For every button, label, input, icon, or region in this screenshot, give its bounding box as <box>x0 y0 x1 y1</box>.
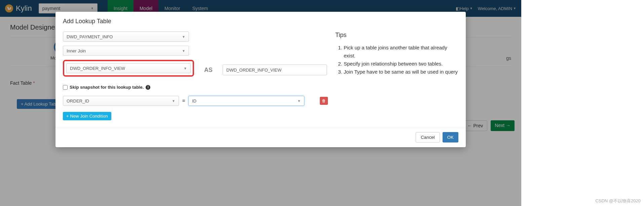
chevron-down-icon: ▼ <box>182 35 185 39</box>
info-icon[interactable]: i <box>146 85 150 90</box>
join-right-column-select[interactable]: ID ▼ <box>188 96 304 106</box>
join-right-value: ID <box>192 98 196 104</box>
chevron-down-icon: ▼ <box>297 99 301 103</box>
modal-header: Add Lookup Table <box>55 12 466 28</box>
join-left-value: ORDER_ID <box>67 98 89 104</box>
fact-table-select[interactable]: DWD_PAYMENT_INFO ▼ <box>63 32 189 42</box>
skip-snapshot-checkbox[interactable] <box>63 85 68 90</box>
join-condition-row: ORDER_ID ▼ = ID ▼ 🗑 <box>63 96 332 106</box>
add-lookup-table-modal: Add Lookup Table DWD_PAYMENT_INFO ▼ Inne… <box>55 12 466 147</box>
lookup-table-select[interactable]: DWD_ORDER_INFO_VIEW ▼ <box>66 63 191 73</box>
chevron-down-icon: ▼ <box>172 99 175 103</box>
join-type-value: Inner Join <box>67 48 86 53</box>
join-type-select[interactable]: Inner Join ▼ <box>63 46 189 56</box>
modal-body: DWD_PAYMENT_INFO ▼ Inner Join ▼ DWD_ORDE… <box>55 28 466 127</box>
plus-icon: + <box>66 114 69 119</box>
modal-title: Add Lookup Table <box>63 18 458 25</box>
ok-button[interactable]: OK <box>443 132 458 142</box>
tip-item: Join Type have to be same as will be use… <box>344 68 458 76</box>
chevron-down-icon: ▼ <box>184 67 187 70</box>
join-left-column-select[interactable]: ORDER_ID ▼ <box>63 96 179 106</box>
fact-table-value: DWD_PAYMENT_INFO <box>67 34 113 39</box>
trash-icon: 🗑 <box>322 98 326 103</box>
cancel-button[interactable]: Cancel <box>416 132 440 142</box>
alias-input[interactable] <box>223 65 327 75</box>
watermark: CSDN @不以物喜2020 <box>595 198 641 204</box>
equals-sign: = <box>181 98 186 104</box>
chevron-down-icon: ▼ <box>182 49 185 53</box>
modal-tips-pane: Tips Pick up a table joins another table… <box>332 32 458 120</box>
skip-snapshot-row: Skip snapshot for this lookup table. i <box>63 85 332 90</box>
new-join-condition-button[interactable]: + New Join Condition <box>63 112 111 120</box>
tip-item: Specify join relationship between two ta… <box>344 60 458 68</box>
skip-snapshot-label: Skip snapshot for this lookup table. <box>70 85 144 90</box>
lookup-table-value: DWD_ORDER_INFO_VIEW <box>70 66 125 71</box>
tips-title: Tips <box>335 32 458 39</box>
tip-item: Pick up a table joins another table that… <box>344 44 458 60</box>
modal-left-pane: DWD_PAYMENT_INFO ▼ Inner Join ▼ DWD_ORDE… <box>63 32 332 120</box>
modal-footer: Cancel OK <box>55 127 466 147</box>
tips-list: Pick up a table joins another table that… <box>335 44 458 76</box>
delete-join-button[interactable]: 🗑 <box>320 97 328 105</box>
new-join-label: New Join Condition <box>70 114 108 119</box>
lookup-table-highlight: DWD_ORDER_INFO_VIEW ▼ <box>63 60 194 77</box>
as-label: AS <box>204 67 213 74</box>
